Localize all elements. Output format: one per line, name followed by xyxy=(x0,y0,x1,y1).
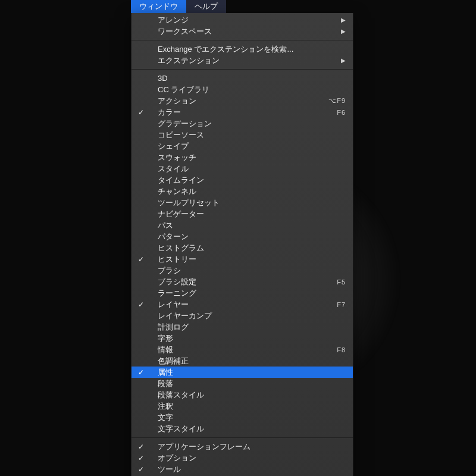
menu-shortcut: F5 xyxy=(337,278,346,286)
window-menu-dropdown: アレンジ ▶ ワークスペース ▶ Exchange でエクステンションを検索..… xyxy=(131,13,353,476)
menu-item-channels[interactable]: チャンネル xyxy=(131,186,353,197)
menu-item-color[interactable]: ✓ カラー F6 xyxy=(131,107,353,118)
menu-item-label: グラデーション xyxy=(158,118,212,129)
menu-item-properties[interactable]: ✓ 属性 xyxy=(131,367,353,378)
menu-item-label: オプション xyxy=(158,453,196,464)
menu-item-label: ブラシ xyxy=(158,265,181,276)
menu-item-label: ナビゲーター xyxy=(158,209,204,220)
menu-item-label: 情報 xyxy=(158,345,173,355)
menu-item-layers[interactable]: ✓ レイヤー F7 xyxy=(131,299,353,310)
menu-item-label: 段落 xyxy=(158,378,173,389)
check-icon: ✓ xyxy=(136,255,146,264)
menu-item-label: ワークスペース xyxy=(158,26,212,37)
menu-item-label: アレンジ xyxy=(158,15,189,26)
menu-separator xyxy=(131,437,353,438)
menu-item-label: 色調補正 xyxy=(158,356,189,367)
check-icon: ✓ xyxy=(136,300,146,309)
menubar-item-help[interactable]: ヘルプ xyxy=(186,0,226,13)
menu-item-patterns[interactable]: パターン xyxy=(131,231,353,242)
menu-item-label: タイムライン xyxy=(158,175,204,186)
menu-item-paths[interactable]: パス xyxy=(131,220,353,231)
menu-item-tools[interactable]: ✓ ツール xyxy=(131,464,353,475)
menu-item-options[interactable]: ✓ オプション xyxy=(131,452,353,464)
menu-item-histogram[interactable]: ヒストグラム xyxy=(131,242,353,253)
submenu-arrow-icon: ▶ xyxy=(341,57,346,64)
menu-item-label: 段落スタイル xyxy=(158,390,204,400)
menu-item-label: 3D xyxy=(158,74,168,83)
menu-item-extensions[interactable]: エクステンション ▶ xyxy=(131,55,353,66)
menu-item-copy-source[interactable]: コピーソース xyxy=(131,129,353,140)
menu-item-actions[interactable]: アクション ⌥F9 xyxy=(131,95,353,107)
check-icon: ✓ xyxy=(136,454,146,462)
menu-item-label: ツールプリセット xyxy=(158,198,220,208)
menu-item-character-styles[interactable]: 文字スタイル xyxy=(131,423,353,434)
menu-item-label: レイヤー xyxy=(158,299,189,310)
menu-item-label: 文字スタイル xyxy=(158,424,204,434)
menu-item-label: 文字 xyxy=(158,412,173,423)
menu-item-label: アプリケーションフレーム xyxy=(158,441,250,452)
menu-item-arrange[interactable]: アレンジ ▶ xyxy=(131,14,353,26)
check-icon: ✓ xyxy=(136,465,146,474)
menu-item-label: レイヤーカンプ xyxy=(158,311,212,321)
menu-item-label: チャンネル xyxy=(158,186,196,197)
check-icon: ✓ xyxy=(136,108,146,117)
menu-item-label: ブラシ設定 xyxy=(158,277,196,287)
menu-item-label: パス xyxy=(158,220,173,231)
menu-item-learning[interactable]: ラーニング xyxy=(131,287,353,299)
menu-item-label: 注釈 xyxy=(158,401,173,412)
menu-item-label: スタイル xyxy=(158,164,189,174)
menu-item-styles[interactable]: スタイル xyxy=(131,163,353,174)
menu-item-workspace[interactable]: ワークスペース ▶ xyxy=(131,26,353,37)
menubar: ウィンドウ ヘルプ xyxy=(131,0,226,13)
menu-item-label: 属性 xyxy=(158,367,173,378)
menu-item-exchange-search[interactable]: Exchange でエクステンションを検索... xyxy=(131,43,353,55)
menu-item-paragraph[interactable]: 段落 xyxy=(131,378,353,389)
menu-item-app-frame[interactable]: ✓ アプリケーションフレーム xyxy=(131,441,353,452)
menu-item-brush-settings[interactable]: ブラシ設定 F5 xyxy=(131,276,353,287)
submenu-arrow-icon: ▶ xyxy=(341,17,346,23)
menu-item-label: シェイプ xyxy=(158,141,189,152)
menu-item-shapes[interactable]: シェイプ xyxy=(131,140,353,152)
menu-item-tool-presets[interactable]: ツールプリセット xyxy=(131,197,353,208)
menu-separator xyxy=(131,40,353,40)
menu-item-paragraph-styles[interactable]: 段落スタイル xyxy=(131,389,353,400)
menu-item-layer-comps[interactable]: レイヤーカンプ xyxy=(131,310,353,321)
menu-item-glyphs[interactable]: 字形 xyxy=(131,333,353,344)
menu-shortcut: F6 xyxy=(337,109,346,116)
menu-item-character[interactable]: 文字 xyxy=(131,412,353,423)
menu-item-label: 計測ログ xyxy=(158,322,189,333)
menu-item-history[interactable]: ✓ ヒストリー xyxy=(131,253,353,265)
menu-shortcut: F7 xyxy=(337,301,346,308)
menu-item-label: ヒストグラム xyxy=(158,243,204,253)
menu-item-label: Exchange でエクステンションを検索... xyxy=(158,44,293,55)
menubar-item-window[interactable]: ウィンドウ xyxy=(131,0,186,13)
menu-shortcut: ⌥F9 xyxy=(328,97,346,105)
menu-item-gradients[interactable]: グラデーション xyxy=(131,118,353,129)
menu-item-label: パターン xyxy=(158,231,189,242)
menu-item-label: ヒストリー xyxy=(158,254,196,265)
menu-item-navigator[interactable]: ナビゲーター xyxy=(131,208,353,220)
menu-item-adjustments[interactable]: 色調補正 xyxy=(131,355,353,367)
menu-separator xyxy=(131,69,353,70)
menu-item-label: ツール xyxy=(158,464,181,475)
check-icon: ✓ xyxy=(136,443,146,451)
menu-item-label: コピーソース xyxy=(158,130,204,140)
menu-item-info[interactable]: 情報 F8 xyxy=(131,344,353,355)
menu-item-measurement-log[interactable]: 計測ログ xyxy=(131,321,353,333)
menu-item-swatches[interactable]: スウォッチ xyxy=(131,152,353,163)
menu-shortcut: F8 xyxy=(337,346,346,353)
menu-item-3d[interactable]: 3D xyxy=(131,73,353,84)
menu-item-label: エクステンション xyxy=(158,55,220,66)
menu-item-label: スウォッチ xyxy=(158,152,196,163)
menu-item-notes[interactable]: 注釈 xyxy=(131,400,353,412)
menu-item-label: ラーニング xyxy=(158,288,196,299)
menu-item-brushes[interactable]: ブラシ xyxy=(131,265,353,276)
menu-item-label: アクション xyxy=(158,96,196,107)
check-icon: ✓ xyxy=(136,368,146,377)
menu-item-label: カラー xyxy=(158,107,181,118)
menu-item-timeline[interactable]: タイムライン xyxy=(131,174,353,186)
menu-item-label: 字形 xyxy=(158,333,173,344)
menu-item-label: CC ライブラリ xyxy=(158,84,209,95)
menu-item-cc-libraries[interactable]: CC ライブラリ xyxy=(131,84,353,95)
submenu-arrow-icon: ▶ xyxy=(341,28,346,35)
